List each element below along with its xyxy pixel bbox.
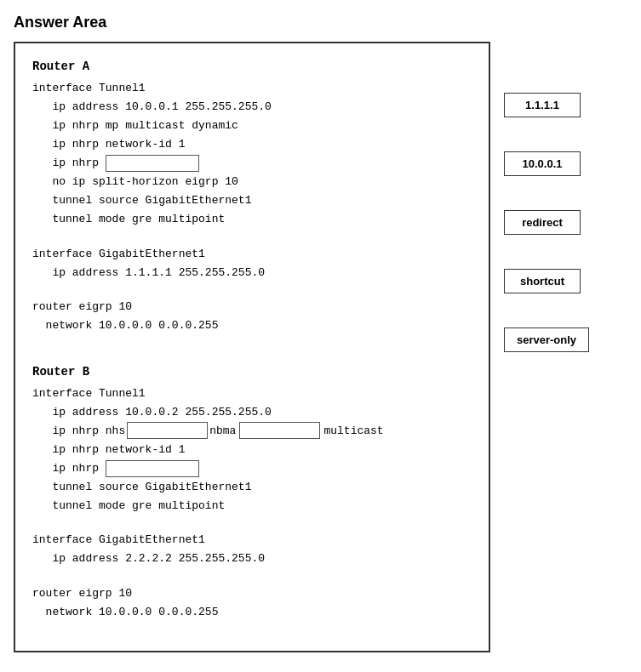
line-interface-ge1-a: interface GigabitEthernet1 — [32, 245, 472, 264]
option-redirect[interactable]: redirect — [504, 210, 581, 235]
line-tunnel-mode-b: tunnel mode gre multipoint — [32, 497, 472, 515]
line-router-eigrp-b: router eigrp 10 — [32, 584, 472, 603]
line-ip-addr-ge1-a: ip address 1.1.1.1 255.255.255.0 — [32, 264, 472, 282]
line-ip-addr-ge1-b: ip address 2.2.2.2 255.255.255.0 — [32, 550, 472, 568]
line-tunnel-mode-a: tunnel mode gre multipoint — [32, 210, 472, 229]
line-tunnel-src-b: tunnel source GigabitEthernet1 — [32, 478, 472, 497]
router-b-eigrp-section: router eigrp 10 network 10.0.0.0 0.0.0.2… — [32, 584, 472, 622]
line-nhrp-nhs-b: ip nhrp nhsnbmamulticast — [32, 422, 472, 441]
nhrp-nbma-input-b[interactable] — [239, 422, 320, 439]
line-interface-tunnel1-a: interface Tunnel1 — [32, 79, 472, 98]
option-server-only[interactable]: server-only — [504, 327, 589, 352]
option-10001[interactable]: 10.0.0.1 — [504, 151, 581, 176]
line-ip-addr-a: ip address 10.0.0.1 255.255.255.0 — [32, 98, 472, 117]
option-1111[interactable]: 1.1.1.1 — [504, 93, 581, 117]
nhrp-input-router-b[interactable] — [106, 460, 199, 477]
line-nhrp-mp-a: ip nhrp mp multicast dynamic — [32, 117, 472, 135]
line-tunnel-src-a: tunnel source GigabitEthernet1 — [32, 191, 472, 210]
router-b-ge-section: interface GigabitEthernet1 ip address 2.… — [32, 531, 472, 568]
line-nhrp-nwid-a: ip nhrp network-id 1 — [32, 135, 472, 154]
router-a-ge-section: interface GigabitEthernet1 ip address 1.… — [32, 245, 472, 282]
nhrp-input-router-a[interactable] — [106, 155, 199, 172]
router-a-label: Router A — [32, 57, 472, 77]
option-shortcut[interactable]: shortcut — [504, 269, 581, 293]
line-interface-tunnel1-b: interface Tunnel1 — [32, 384, 472, 403]
router-a-section: Router A interface Tunnel1 ip address 10… — [32, 57, 472, 230]
router-a-eigrp-section: router eigrp 10 network 10.0.0.0 0.0.0.2… — [32, 298, 472, 335]
page-title: Answer Area — [14, 14, 627, 31]
line-nhrp-input-a: ip nhrp — [32, 154, 472, 173]
line-network-a: network 10.0.0.0 0.0.0.255 — [32, 316, 472, 335]
nhrp-nhs-input-b[interactable] — [127, 422, 208, 439]
router-b-section: Router B interface Tunnel1 ip address 10… — [32, 362, 472, 515]
line-nhrp-nwid-b: ip nhrp network-id 1 — [32, 441, 472, 459]
line-network-b: network 10.0.0.0 0.0.0.255 — [32, 603, 472, 622]
line-ip-addr-b: ip address 10.0.0.2 255.255.255.0 — [32, 403, 472, 422]
options-panel: 1.1.1.1 10.0.0.1 redirect shortcut serve… — [504, 42, 589, 352]
line-no-split-a: no ip split-horizon eigrp 10 — [32, 173, 472, 191]
line-nhrp-input-b: ip nhrp — [32, 459, 472, 478]
answer-box: Router A interface Tunnel1 ip address 10… — [14, 42, 490, 652]
line-router-eigrp-a: router eigrp 10 — [32, 298, 472, 316]
router-b-label: Router B — [32, 362, 472, 383]
line-interface-ge1-b: interface GigabitEthernet1 — [32, 531, 472, 550]
